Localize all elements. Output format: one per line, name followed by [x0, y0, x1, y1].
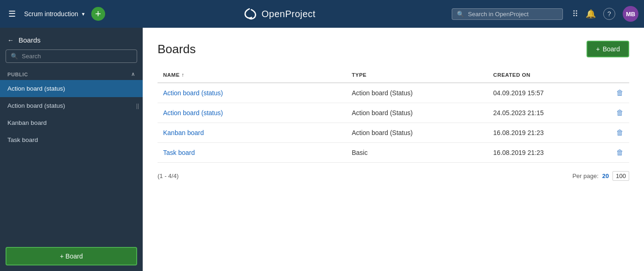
main-content: Boards + Board NAME ↑ TYPE [143, 28, 644, 271]
cell-name: Action board (status) [158, 83, 346, 103]
pagination-label: (1 - 4/4) [158, 172, 179, 179]
per-page-20[interactable]: 20 [602, 172, 609, 179]
sidebar-back-button[interactable]: ← [7, 37, 14, 44]
table-header: NAME ↑ TYPE CREATED ON [158, 68, 629, 83]
add-board-button[interactable]: + Board [587, 41, 629, 57]
sidebar-item-action-board-1[interactable]: Action board (status) [0, 80, 143, 97]
sidebar-section-label: PUBLIC [7, 72, 28, 77]
cell-created-on: 24.05.2023 21:15 [488, 103, 606, 123]
bell-icon[interactable]: 🔔 [586, 9, 596, 19]
app-name-label: OpenProject [261, 9, 316, 19]
app-logo: OpenProject [111, 6, 446, 22]
cell-name: Kanban board [158, 123, 346, 143]
grid-icon[interactable]: ⠿ [572, 9, 578, 19]
per-page-100[interactable]: 100 [612, 171, 629, 181]
delete-icon[interactable]: 🗑 [616, 89, 624, 97]
project-name-selector[interactable]: Scrum introduction ▼ [24, 10, 86, 18]
sidebar-item-action-board-2[interactable]: Action board (status) || [0, 97, 143, 114]
col-header-type: TYPE [346, 68, 487, 83]
board-link[interactable]: Action board (status) [163, 109, 223, 117]
content-header: Boards + Board [158, 41, 629, 57]
board-link[interactable]: Task board [163, 149, 195, 156]
cell-delete: 🗑 [606, 143, 629, 163]
table-body: Action board (status) Action board (Stat… [158, 83, 629, 163]
sidebar-section-public: PUBLIC ∧ [0, 68, 143, 80]
boards-table: NAME ↑ TYPE CREATED ON Action board (sta… [158, 68, 629, 163]
cell-created-on: 16.08.2019 21:23 [488, 123, 606, 143]
cell-type: Action board (Status) [346, 123, 487, 143]
sidebar-collapse-icon[interactable]: ∧ [131, 71, 135, 77]
cell-created-on: 04.09.2019 15:57 [488, 83, 606, 103]
add-board-label: Board [603, 45, 620, 53]
sidebar-header: ← Boards [0, 28, 143, 49]
user-avatar[interactable]: MB [623, 6, 638, 22]
cell-type: Basic [346, 143, 487, 163]
table-footer: (1 - 4/4) Per page: 20 100 [158, 171, 629, 181]
delete-icon[interactable]: 🗑 [616, 109, 624, 117]
cell-name: Task board [158, 143, 346, 163]
sidebar-title: Boards [19, 36, 41, 44]
project-chevron-icon: ▼ [81, 12, 86, 17]
help-icon[interactable]: ? [603, 8, 615, 20]
table-row: Kanban board Action board (Status) 16.08… [158, 123, 629, 143]
sidebar-search-input[interactable] [22, 53, 132, 60]
sidebar: ← Boards 🔍 PUBLIC ∧ Action board (status… [0, 28, 143, 271]
cell-delete: 🗑 [606, 83, 629, 103]
top-navbar: ☰ Scrum introduction ▼ + OpenProject 🔍 S… [0, 0, 644, 28]
sidebar-item-label: Action board (status) [7, 85, 65, 92]
sidebar-item-task-board[interactable]: Task board [0, 131, 143, 148]
table-row: Task board Basic 16.08.2019 21:23 🗑 [158, 143, 629, 163]
per-page-label: Per page: [572, 172, 598, 179]
nav-icon-group: ⠿ 🔔 ? MB [572, 6, 638, 22]
global-search-bar[interactable]: 🔍 Search in OpenProject [452, 8, 563, 20]
sidebar-search-container[interactable]: 🔍 [6, 49, 137, 63]
col-header-created-on: CREATED ON [488, 68, 606, 83]
add-board-icon: + [596, 45, 600, 53]
page-title: Boards [158, 42, 196, 56]
sidebar-item-kanban-board[interactable]: Kanban board [0, 114, 143, 131]
cell-delete: 🗑 [606, 103, 629, 123]
delete-icon[interactable]: 🗑 [616, 129, 624, 136]
resize-handle-icon[interactable]: || [136, 103, 139, 109]
col-header-name[interactable]: NAME ↑ [158, 68, 346, 83]
cell-created-on: 16.08.2019 21:23 [488, 143, 606, 163]
search-icon: 🔍 [457, 11, 464, 18]
board-link[interactable]: Action board (status) [163, 89, 223, 97]
cell-type: Action board (Status) [346, 103, 487, 123]
cell-type: Action board (Status) [346, 83, 487, 103]
table-row: Action board (status) Action board (Stat… [158, 103, 629, 123]
search-placeholder-text: Search in OpenProject [468, 11, 529, 18]
main-body: ← Boards 🔍 PUBLIC ∧ Action board (status… [0, 28, 644, 271]
hamburger-menu[interactable]: ☰ [6, 7, 19, 21]
board-link[interactable]: Kanban board [163, 129, 204, 136]
global-add-button[interactable]: + [91, 7, 105, 21]
cell-delete: 🗑 [606, 123, 629, 143]
sidebar-search-icon: 🔍 [11, 53, 18, 60]
sidebar-item-label: Action board (status) [7, 102, 65, 109]
project-name-label: Scrum introduction [24, 10, 78, 18]
sidebar-add-board-button[interactable]: + Board [6, 247, 137, 265]
sidebar-item-label: Kanban board [7, 119, 47, 126]
col-header-actions [606, 68, 629, 83]
delete-icon[interactable]: 🗑 [616, 148, 624, 156]
sidebar-item-label: Task board [7, 136, 38, 143]
cell-name: Action board (status) [158, 103, 346, 123]
table-row: Action board (status) Action board (Stat… [158, 83, 629, 103]
per-page-control: Per page: 20 100 [572, 171, 629, 181]
sort-icon: ↑ [182, 72, 184, 78]
